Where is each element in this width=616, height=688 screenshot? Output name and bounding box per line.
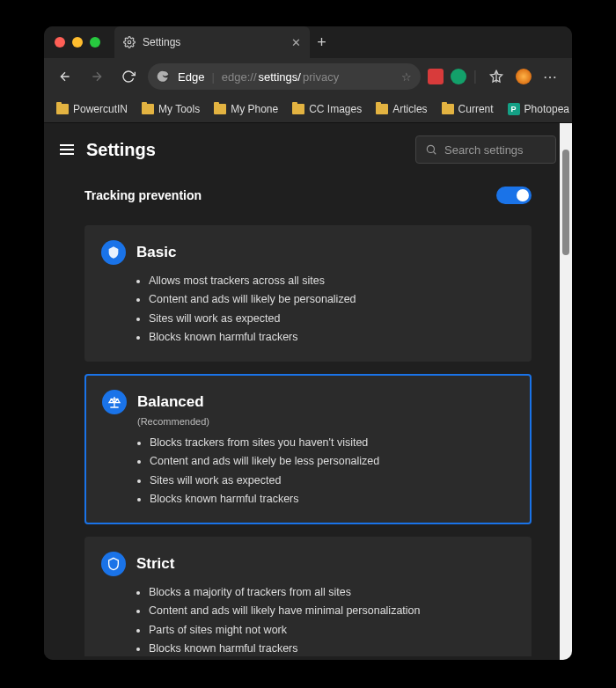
shield-icon (101, 552, 126, 576)
option-bullet: Content and ads will likely be personali… (149, 290, 515, 309)
folder-icon (142, 104, 154, 114)
folder-icon (442, 104, 454, 114)
scrollbar-thumb[interactable] (562, 150, 569, 255)
folder-icon (376, 104, 388, 114)
titlebar: Settings ✕ + (44, 26, 572, 58)
option-bullet: Sites will work as expected (150, 472, 514, 490)
option-title: Basic (136, 244, 176, 261)
maximize-window-button[interactable] (90, 37, 100, 48)
option-title: Balanced (137, 393, 204, 411)
photopea-icon: P (508, 103, 520, 115)
search-placeholder: Search settings (444, 143, 524, 157)
tracking-option-basic[interactable]: Basic Allows most trackers across all si… (84, 225, 532, 362)
window-controls (55, 37, 100, 48)
section-title: Tracking prevention (84, 188, 202, 202)
balance-icon (102, 390, 127, 414)
address-url-prefix: edge:// (222, 70, 257, 84)
option-bullet: Blocks known harmful trackers (149, 640, 515, 656)
tracking-toggle[interactable] (496, 187, 532, 204)
bookmark-item[interactable]: My Tools (136, 100, 205, 118)
new-tab-button[interactable]: + (317, 33, 326, 52)
minimize-window-button[interactable] (72, 37, 83, 48)
search-icon (425, 143, 437, 156)
bookmark-item[interactable]: PPhotopea (502, 100, 572, 118)
option-bullet: Sites will work as expected (149, 310, 515, 328)
back-button[interactable] (53, 64, 77, 89)
folder-icon (292, 104, 304, 114)
profile-avatar[interactable] (516, 69, 532, 84)
bookmark-label: My Tools (158, 103, 200, 115)
favorites-button[interactable] (484, 64, 509, 89)
page-title: Settings (86, 140, 156, 160)
svg-point-0 (128, 40, 131, 44)
browser-window: Settings ✕ + Edge | edge://settings/priv… (44, 26, 572, 660)
bookmark-label: Photopea (524, 103, 569, 115)
bookmark-label: Current (458, 103, 494, 115)
refresh-button[interactable] (116, 64, 141, 89)
option-bullet: Blocks known harmful trackers (150, 490, 514, 509)
bookmark-label: CC Images (309, 103, 362, 115)
favorite-icon[interactable]: ☆ (401, 70, 412, 84)
forward-button[interactable] (84, 64, 109, 89)
folder-icon (56, 104, 69, 114)
option-bullet: Blocks a majority of trackers from all s… (149, 583, 515, 602)
extension-2-icon[interactable] (451, 69, 466, 84)
bookmark-item[interactable]: CC Images (287, 100, 367, 118)
address-browser-label: Edge (178, 70, 204, 84)
address-bar[interactable]: Edge | edge://settings/privacy ☆ (148, 63, 421, 90)
gear-icon (123, 36, 136, 48)
settings-body: Tracking prevention Basic Allows most tr… (44, 176, 572, 656)
menu-button[interactable]: ⋯ (539, 64, 563, 89)
address-url-page: privacy (303, 70, 339, 84)
bookmark-item[interactable]: Articles (370, 100, 432, 118)
browser-tab[interactable]: Settings ✕ (114, 26, 310, 58)
bookmarks-bar: PowercutIN My Tools My Phone CC Images A… (44, 95, 572, 123)
close-window-button[interactable] (55, 37, 65, 48)
settings-header: Settings Search settings (44, 123, 572, 176)
option-bullet: Allows most trackers across all sites (149, 272, 515, 290)
basic-icon (101, 240, 126, 265)
close-tab-icon[interactable]: ✕ (291, 36, 301, 49)
bookmark-item[interactable]: My Phone (209, 100, 283, 118)
bookmark-label: PowercutIN (73, 103, 128, 115)
bookmark-label: Articles (392, 103, 427, 115)
recommended-label: (Recommended) (137, 416, 514, 427)
toolbar: Edge | edge://settings/privacy ☆ | ⋯ (44, 58, 572, 95)
tab-title: Settings (143, 36, 180, 48)
tracking-option-balanced[interactable]: Balanced (Recommended) Blocks trackers f… (84, 374, 532, 524)
folder-icon (214, 104, 226, 114)
edge-logo-icon (157, 70, 171, 84)
option-bullet: Blocks known harmful trackers (149, 328, 515, 347)
option-title: Strict (136, 555, 174, 573)
bookmark-item[interactable]: Current (436, 100, 499, 118)
bookmark-label: My Phone (231, 103, 278, 115)
tracking-prevention-header: Tracking prevention (84, 176, 532, 215)
option-bullet: Content and ads will likely be less pers… (150, 452, 514, 471)
hamburger-menu-button[interactable] (60, 144, 74, 155)
bookmark-item[interactable]: PowercutIN (51, 100, 133, 118)
settings-content: Settings Search settings Tracking preven… (44, 123, 572, 660)
option-bullet: Blocks trackers from sites you haven't v… (150, 434, 514, 452)
tracking-option-strict[interactable]: Strict Blocks a majority of trackers fro… (84, 537, 532, 656)
search-input[interactable]: Search settings (415, 135, 556, 164)
extension-1-icon[interactable] (428, 69, 444, 84)
address-url-path: settings/ (259, 70, 301, 84)
svg-point-3 (427, 145, 434, 152)
option-bullet: Parts of sites might not work (149, 621, 515, 640)
option-bullet: Content and ads will likely have minimal… (149, 602, 515, 620)
